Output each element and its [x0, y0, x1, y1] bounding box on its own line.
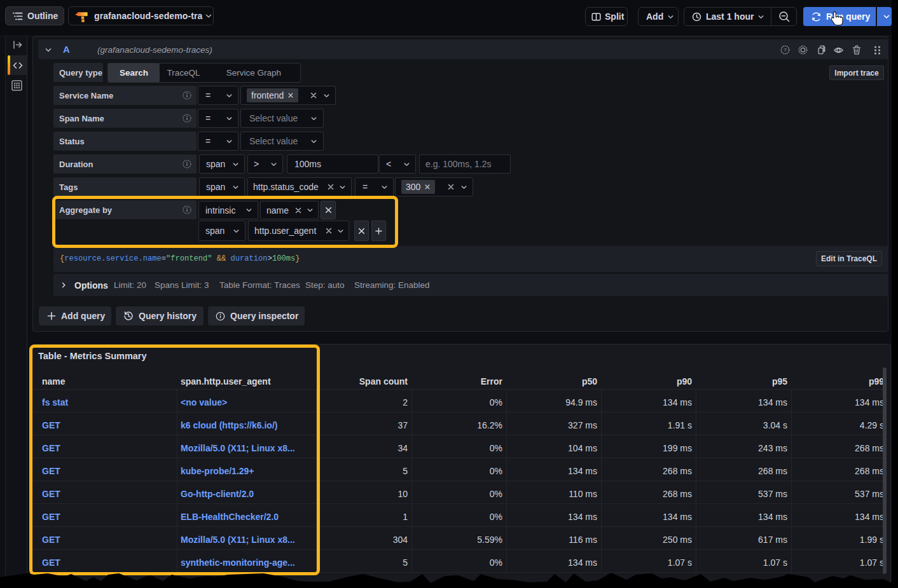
svg-text:?: ?	[784, 47, 787, 53]
